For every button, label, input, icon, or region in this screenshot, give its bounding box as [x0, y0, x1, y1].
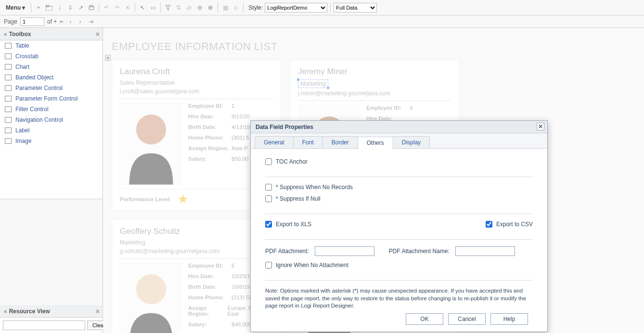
zoom-out-icon[interactable]: ⊖	[195, 3, 204, 12]
toolbox-item-crosstab[interactable]: Crosstab	[0, 51, 103, 62]
dialog-title-bar[interactable]: Data Field Properties ✕	[251, 121, 547, 133]
toolbox-item-image[interactable]: Image	[0, 136, 103, 146]
area-icon[interactable]: ▭	[149, 3, 157, 12]
new-icon[interactable]: ＋	[34, 3, 43, 12]
pager-bar: Page of + ⇤ ‹ › ⇥	[0, 15, 644, 28]
toolbox-item-filter[interactable]: Filter Control	[0, 104, 103, 115]
resource-view-header[interactable]: « Resource View ×	[0, 305, 103, 318]
ignore-no-attachment-checkbox[interactable]	[265, 262, 272, 269]
ok-button[interactable]: OK	[406, 313, 443, 325]
zoom-in-icon[interactable]: ⊕	[206, 3, 215, 12]
filter-icon[interactable]	[164, 3, 172, 12]
style-select[interactable]: LogiReportDemo	[265, 3, 327, 13]
page-of-label: of +	[47, 18, 57, 25]
resource-search-input[interactable]	[3, 320, 85, 330]
help-button[interactable]: Help	[490, 313, 528, 325]
undo-icon[interactable]: ↶	[102, 3, 111, 12]
collapse-icon: «	[4, 31, 7, 38]
employee-email: j.miner@marketing.goumetjava.com	[298, 90, 451, 101]
toolbox-item-param[interactable]: Parameter Control	[0, 83, 103, 93]
svg-rect-2	[89, 7, 94, 10]
chevron-down-icon: ▾	[22, 4, 25, 11]
svg-rect-3	[90, 5, 93, 7]
employee-role[interactable]: Marketing	[298, 79, 328, 88]
dialog-tabs: General Font Border Others Display	[251, 133, 547, 149]
left-sidebar: « Toolbox × Table Crosstab Chart Banded …	[0, 28, 103, 333]
dialog-close-icon[interactable]: ✕	[537, 123, 544, 130]
save-icon[interactable]: ⤓	[55, 3, 64, 12]
first-page-icon[interactable]: ⇤	[60, 18, 66, 25]
data-mode-select[interactable]: Full Data	[334, 3, 377, 13]
employee-name: Jeremy Miner	[298, 67, 451, 77]
chart-icon[interactable]: ⫼	[232, 3, 240, 12]
style-label: Style:	[248, 4, 263, 11]
employee-photo	[120, 263, 182, 333]
pdf-attachment-name-input[interactable]	[455, 246, 515, 256]
delete-icon[interactable]: ✕	[123, 3, 132, 12]
toolbox-item-nav[interactable]: Navigation Control	[0, 115, 103, 125]
toolbox-item-param-form[interactable]: Parameter Form Control	[0, 93, 103, 104]
tab-display[interactable]: Display	[393, 136, 430, 148]
svg-point-9	[136, 274, 166, 304]
tab-general[interactable]: General	[255, 136, 294, 148]
toolbox-header[interactable]: « Toolbox ×	[0, 28, 103, 40]
redo-icon[interactable]: ↷	[113, 3, 121, 12]
prev-page-icon[interactable]: ‹	[69, 18, 76, 25]
menu-button[interactable]: Menu▾	[3, 2, 28, 13]
collapse-icon: «	[4, 308, 7, 315]
suppress-no-records-checkbox[interactable]	[265, 184, 272, 191]
employee-photo	[120, 103, 182, 185]
export-icon[interactable]: ↗	[77, 3, 85, 12]
employee-role[interactable]: Marketing	[120, 239, 145, 246]
print-icon[interactable]	[87, 3, 96, 12]
report-title: EMPLOYEE INFORMATION LIST	[112, 40, 635, 53]
cancel-button[interactable]: Cancel	[448, 313, 486, 325]
employee-name: Laurena Croft	[120, 67, 273, 77]
export-csv-checkbox[interactable]	[486, 221, 492, 228]
employee-role[interactable]: Sales Representative	[120, 79, 175, 86]
toolbox-item-banded[interactable]: Banded Object	[0, 72, 103, 83]
star-icon: ★	[178, 193, 187, 205]
page-input[interactable]	[20, 17, 44, 26]
toc-anchor-checkbox[interactable]	[265, 158, 272, 165]
grid-icon[interactable]: ▦	[221, 3, 230, 12]
dialog-body: TOC Anchor * Suppress When No Records * …	[251, 149, 547, 332]
toolbox-item-table[interactable]: Table	[0, 40, 103, 51]
suppress-if-null-checkbox[interactable]	[265, 195, 272, 202]
tab-border[interactable]: Border	[322, 136, 358, 148]
svg-point-5	[136, 115, 166, 144]
main-toolbar: Menu▾ ＋ ⤓ ⇩ ↗ ↶ ↷ ✕ ↖ ▭ ⇅ ⇄ ⊖ ⊕ ▦ ⫼ Styl…	[0, 0, 644, 15]
close-icon[interactable]: ×	[96, 307, 100, 315]
toolbox-item-chart[interactable]: Chart	[0, 62, 103, 72]
pdf-attachment-input[interactable]	[315, 246, 374, 256]
move-handle-icon[interactable]: ✥	[105, 55, 111, 61]
next-page-icon[interactable]: ›	[79, 18, 86, 25]
select-icon[interactable]: ↖	[138, 3, 147, 12]
toolbox-item-label[interactable]: Label	[0, 125, 103, 136]
sort-icon[interactable]: ⇅	[174, 3, 183, 12]
swap-icon[interactable]: ⇄	[185, 3, 193, 12]
open-icon[interactable]	[45, 3, 53, 12]
dialog-note: Note: Options marked with asterisk (*) m…	[265, 287, 533, 310]
tab-others[interactable]: Others	[358, 137, 393, 149]
tab-font[interactable]: Font	[293, 136, 323, 148]
last-page-icon[interactable]: ⇥	[89, 18, 95, 25]
import-icon[interactable]: ⇩	[66, 3, 75, 12]
resource-view-body: Clear	[0, 318, 103, 333]
data-field-properties-dialog: Data Field Properties ✕ General Font Bor…	[250, 120, 548, 332]
export-xls-checkbox[interactable]	[265, 221, 272, 228]
toolbox-list: Table Crosstab Chart Banded Object Param…	[0, 40, 103, 199]
page-label: Page	[4, 18, 17, 25]
employee-email: l.croft@sales.gourmetjava.com	[120, 88, 273, 99]
close-icon[interactable]: ×	[96, 30, 100, 38]
